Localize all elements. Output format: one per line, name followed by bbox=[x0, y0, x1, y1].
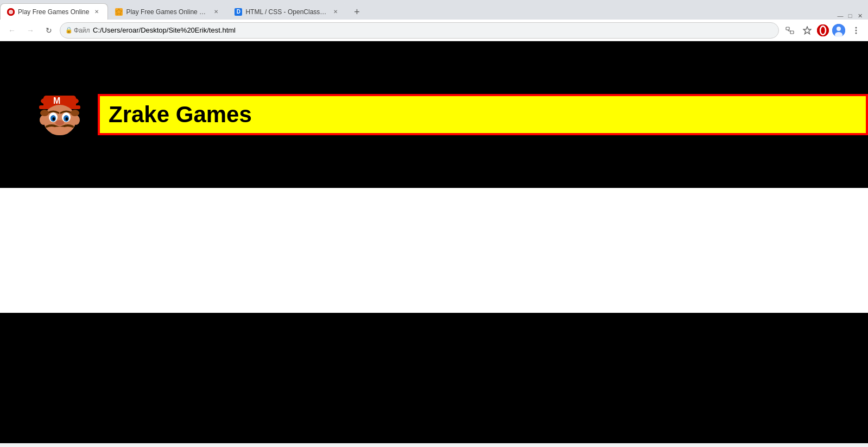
svg-point-26 bbox=[66, 117, 68, 121]
tab-2-label: Play Free Games Online at Armo... bbox=[126, 8, 208, 16]
mario-image: M bbox=[33, 85, 87, 144]
webpage: M bbox=[0, 41, 868, 443]
menu-button[interactable] bbox=[848, 23, 864, 38]
svg-point-29 bbox=[40, 115, 47, 125]
tab-3[interactable]: D HTML / CSS - OpenClassrooms ✕ bbox=[227, 3, 347, 20]
new-tab-button[interactable]: + bbox=[349, 4, 364, 20]
svg-point-11 bbox=[837, 27, 841, 31]
forward-button[interactable]: → bbox=[23, 23, 38, 38]
site-title-wrapper: Zrake Games bbox=[98, 94, 868, 135]
tab-3-label: HTML / CSS - OpenClassrooms bbox=[245, 8, 328, 16]
profile-avatar bbox=[832, 24, 845, 37]
svg-text:M: M bbox=[53, 96, 60, 105]
site-footer bbox=[0, 313, 868, 443]
translate-button[interactable] bbox=[782, 23, 797, 38]
svg-marker-2 bbox=[116, 9, 122, 15]
svg-point-14 bbox=[856, 29, 857, 31]
tab-2[interactable]: Play Free Games Online at Armo... ✕ bbox=[108, 3, 227, 20]
tabs-row: Play Free Games Online ✕ Play Free Games… bbox=[0, 0, 868, 20]
tab-2-close[interactable]: ✕ bbox=[212, 8, 220, 16]
tab-1-close[interactable]: ✕ bbox=[92, 8, 101, 16]
tab-2-favicon bbox=[115, 8, 123, 16]
minimize-button[interactable]: — bbox=[837, 12, 844, 20]
svg-point-30 bbox=[72, 115, 80, 125]
opera-button[interactable] bbox=[817, 24, 829, 36]
address-input-wrapper: 🔒 Файл bbox=[60, 22, 779, 39]
svg-rect-3 bbox=[786, 27, 789, 30]
maximize-button[interactable]: □ bbox=[846, 12, 854, 20]
tab-1[interactable]: Play Free Games Online ✕ bbox=[0, 3, 108, 20]
tab-1-favicon bbox=[7, 8, 15, 16]
bookmark-button[interactable] bbox=[800, 23, 815, 38]
svg-point-28 bbox=[50, 127, 69, 135]
url-input[interactable] bbox=[60, 22, 779, 39]
browser-chrome: Play Free Games Online ✕ Play Free Games… bbox=[0, 0, 868, 41]
svg-point-27 bbox=[55, 120, 64, 125]
tab-1-label: Play Free Games Online bbox=[18, 8, 89, 16]
close-button[interactable]: ✕ bbox=[856, 12, 864, 20]
reload-button[interactable]: ↻ bbox=[41, 23, 56, 38]
svg-point-31 bbox=[40, 110, 49, 116]
site-content bbox=[0, 188, 868, 313]
tab-3-close[interactable]: ✕ bbox=[331, 8, 340, 16]
svg-marker-7 bbox=[803, 27, 811, 34]
site-header: M bbox=[0, 41, 868, 188]
bottom-scrollbar[interactable] bbox=[0, 443, 868, 447]
site-title: Zrake Games bbox=[109, 102, 252, 127]
toolbar-icons bbox=[782, 23, 864, 38]
profile-button[interactable] bbox=[831, 23, 846, 38]
address-bar-row: ← → ↻ 🔒 Файл bbox=[0, 20, 868, 41]
svg-point-32 bbox=[71, 110, 79, 116]
site-title-box: Zrake Games bbox=[98, 94, 868, 135]
tab-3-favicon: D bbox=[235, 8, 242, 16]
svg-point-15 bbox=[856, 32, 857, 34]
svg-rect-4 bbox=[790, 31, 794, 34]
svg-point-25 bbox=[53, 117, 55, 121]
svg-point-13 bbox=[856, 27, 857, 28]
back-button[interactable]: ← bbox=[4, 23, 20, 38]
svg-point-1 bbox=[9, 10, 13, 14]
